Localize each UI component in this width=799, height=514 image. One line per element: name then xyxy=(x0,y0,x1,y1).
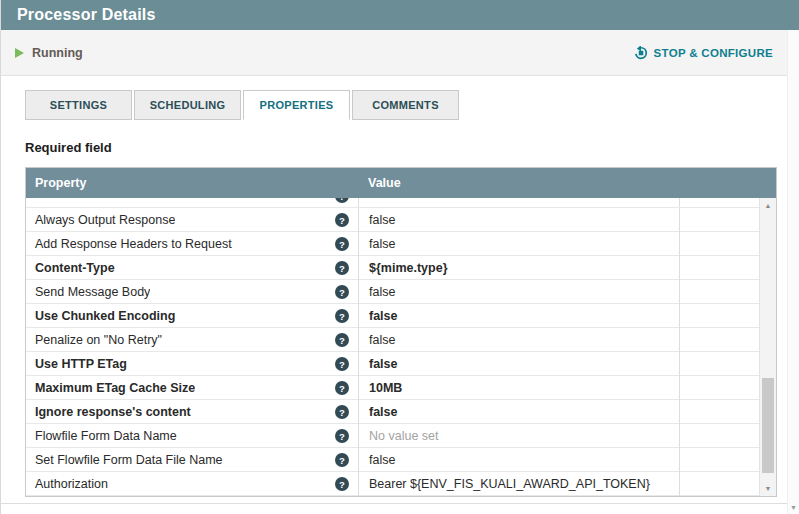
row-actions-cell xyxy=(679,424,759,448)
property-cell: Send Message Body? xyxy=(26,280,358,304)
tab-bar: SETTINGS SCHEDULING PROPERTIES COMMENTS xyxy=(25,90,799,120)
table-row[interactable]: Maximum ETag Cache Size?10MB xyxy=(26,376,759,400)
run-status-label: Running xyxy=(32,46,83,60)
value-cell[interactable]: false xyxy=(358,352,679,376)
property-name: Authorization xyxy=(35,477,108,491)
property-cell: Penalize on "No Retry"? xyxy=(26,328,358,352)
row-actions-cell xyxy=(679,232,759,256)
properties-table-body: ?Always Output Response?falseAdd Respons… xyxy=(26,198,776,496)
tab-settings-label: SETTINGS xyxy=(50,99,107,111)
row-actions-cell xyxy=(679,448,759,472)
table-row[interactable]: Add Response Headers to Request?false xyxy=(26,232,759,256)
column-header-value: Value xyxy=(358,176,776,190)
property-name: Penalize on "No Retry" xyxy=(35,333,162,347)
row-actions-cell xyxy=(679,304,759,328)
property-value: false xyxy=(369,285,395,299)
table-row[interactable]: Penalize on "No Retry"?false xyxy=(26,328,759,352)
value-cell[interactable]: false xyxy=(358,208,679,232)
table-scrollbar[interactable]: ▲ ▼ xyxy=(759,198,776,496)
value-cell[interactable]: ${mime.type} xyxy=(358,256,679,280)
table-row[interactable]: Use HTTP ETag?false xyxy=(26,352,759,376)
help-icon[interactable]: ? xyxy=(335,453,349,467)
table-row[interactable]: Send Message Body?false xyxy=(26,280,759,304)
page-scroll-down-icon[interactable]: ▼ xyxy=(788,501,799,513)
required-field-label: Required field xyxy=(25,140,799,155)
property-cell: Content-Type? xyxy=(26,256,358,280)
help-icon[interactable]: ? xyxy=(335,198,349,203)
stop-and-configure-label: STOP & CONFIGURE xyxy=(654,47,773,59)
property-cell: Use Chunked Encoding? xyxy=(26,304,358,328)
property-name: Use Chunked Encoding xyxy=(35,309,175,323)
property-value: Bearer ${ENV_FIS_KUALI_AWARD_API_TOKEN} xyxy=(369,477,650,491)
row-actions-cell xyxy=(679,472,759,496)
tab-comments-label: COMMENTS xyxy=(372,99,439,111)
tab-scheduling[interactable]: SCHEDULING xyxy=(134,90,241,120)
value-cell[interactable]: false xyxy=(358,328,679,352)
tab-comments[interactable]: COMMENTS xyxy=(352,90,459,120)
property-name: Flowfile Form Data Name xyxy=(35,429,177,443)
value-cell[interactable]: false xyxy=(358,304,679,328)
dialog-title: Processor Details xyxy=(17,6,156,24)
property-value: false xyxy=(369,453,395,467)
tab-properties[interactable]: PROPERTIES xyxy=(243,90,350,120)
help-icon[interactable]: ? xyxy=(335,213,349,227)
table-row[interactable]: Authorization?Bearer ${ENV_FIS_KUALI_AWA… xyxy=(26,472,759,496)
help-icon[interactable]: ? xyxy=(335,309,349,323)
tab-settings[interactable]: SETTINGS xyxy=(25,90,132,120)
run-status: Running xyxy=(15,46,83,60)
tab-properties-label: PROPERTIES xyxy=(260,99,334,111)
scroll-up-icon[interactable]: ▲ xyxy=(760,198,776,213)
property-value: false xyxy=(369,405,398,419)
property-value: false xyxy=(369,237,395,251)
help-icon[interactable]: ? xyxy=(335,285,349,299)
property-name: Send Message Body xyxy=(35,285,150,299)
help-icon[interactable]: ? xyxy=(335,477,349,491)
table-row[interactable]: Use Chunked Encoding?false xyxy=(26,304,759,328)
value-cell[interactable]: false xyxy=(358,448,679,472)
property-cell: Flowfile Form Data Name? xyxy=(26,424,358,448)
properties-table: Property Value ?Always Output Response?f… xyxy=(25,167,777,497)
value-cell[interactable]: No value set xyxy=(358,424,679,448)
value-cell[interactable]: false xyxy=(358,232,679,256)
help-icon[interactable]: ? xyxy=(335,237,349,251)
row-actions-cell xyxy=(679,400,759,424)
help-icon[interactable]: ? xyxy=(335,405,349,419)
table-row[interactable]: Always Output Response?false xyxy=(26,208,759,232)
help-icon[interactable]: ? xyxy=(335,333,349,347)
scrollbar-thumb[interactable] xyxy=(762,378,774,473)
scroll-down-icon[interactable]: ▼ xyxy=(760,481,776,496)
row-actions-cell xyxy=(679,198,759,208)
page-scrollbar[interactable]: ▼ xyxy=(787,30,799,514)
row-actions-cell xyxy=(679,208,759,232)
table-row[interactable]: ? xyxy=(26,198,759,208)
value-cell[interactable]: false xyxy=(358,280,679,304)
help-icon[interactable]: ? xyxy=(335,261,349,275)
property-value: No value set xyxy=(369,429,438,443)
tab-scheduling-label: SCHEDULING xyxy=(150,99,226,111)
value-cell[interactable]: false xyxy=(358,400,679,424)
value-cell[interactable]: Bearer ${ENV_FIS_KUALI_AWARD_API_TOKEN} xyxy=(358,472,679,496)
properties-rows: ?Always Output Response?falseAdd Respons… xyxy=(26,198,759,496)
value-cell[interactable] xyxy=(358,198,679,208)
property-name: Set Flowfile Form Data File Name xyxy=(35,453,223,467)
help-icon[interactable]: ? xyxy=(335,429,349,443)
row-actions-cell xyxy=(679,352,759,376)
value-cell[interactable]: 10MB xyxy=(358,376,679,400)
row-actions-cell xyxy=(679,256,759,280)
row-actions-cell xyxy=(679,328,759,352)
property-cell: ? xyxy=(26,198,358,208)
stop-configure-icon xyxy=(634,46,648,60)
row-actions-cell xyxy=(679,280,759,304)
dialog-header: Processor Details xyxy=(1,0,799,30)
stop-and-configure-button[interactable]: STOP & CONFIGURE xyxy=(634,46,773,60)
table-row[interactable]: Set Flowfile Form Data File Name?false xyxy=(26,448,759,472)
table-row[interactable]: Flowfile Form Data Name?No value set xyxy=(26,424,759,448)
status-bar: Running STOP & CONFIGURE xyxy=(1,30,799,76)
help-icon[interactable]: ? xyxy=(335,381,349,395)
property-name: Maximum ETag Cache Size xyxy=(35,381,195,395)
table-row[interactable]: Ignore response's content?false xyxy=(26,400,759,424)
property-cell: Always Output Response? xyxy=(26,208,358,232)
property-name: Use HTTP ETag xyxy=(35,357,127,371)
table-row[interactable]: Content-Type?${mime.type} xyxy=(26,256,759,280)
help-icon[interactable]: ? xyxy=(335,357,349,371)
